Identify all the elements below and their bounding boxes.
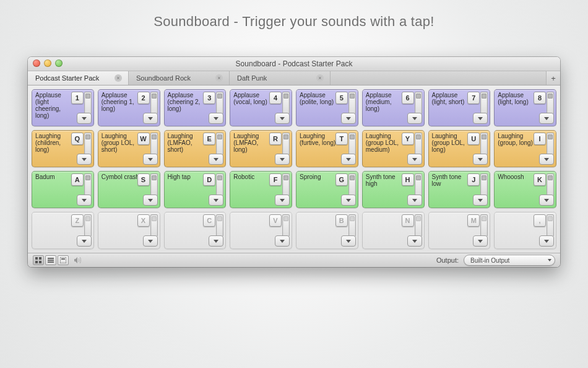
close-window-button[interactable] bbox=[33, 59, 40, 67]
pad-menu-button[interactable] bbox=[407, 154, 422, 165]
volume-slider[interactable] bbox=[216, 92, 223, 114]
volume-slider[interactable] bbox=[547, 92, 554, 114]
volume-slider[interactable] bbox=[348, 133, 356, 155]
volume-slider[interactable] bbox=[348, 214, 356, 237]
sound-pad[interactable]: Laughing (children, long)Q bbox=[32, 130, 94, 167]
pad-menu-button[interactable] bbox=[539, 235, 554, 247]
volume-slider[interactable] bbox=[282, 173, 290, 196]
minimize-window-button[interactable] bbox=[44, 59, 51, 67]
volume-slider[interactable] bbox=[216, 133, 223, 155]
pad-menu-button[interactable] bbox=[209, 195, 223, 206]
sound-pad-empty[interactable]: N bbox=[362, 212, 425, 249]
sound-pad[interactable]: WhoooshK bbox=[494, 171, 556, 208]
sound-pad[interactable]: High tapD bbox=[164, 171, 227, 208]
volume-slider[interactable] bbox=[415, 214, 422, 237]
sound-pad[interactable]: Applause (light, short)7 bbox=[428, 89, 491, 126]
pad-menu-button[interactable] bbox=[539, 195, 554, 206]
volume-slider[interactable] bbox=[282, 92, 290, 114]
volume-slider[interactable] bbox=[150, 92, 158, 114]
view-list-button[interactable] bbox=[45, 255, 56, 265]
pad-menu-button[interactable] bbox=[407, 235, 422, 247]
sound-pad-empty[interactable]: B bbox=[296, 212, 358, 249]
sound-pad-empty[interactable]: X bbox=[98, 212, 160, 249]
volume-slider[interactable] bbox=[348, 173, 356, 196]
sound-pad-empty[interactable]: Z bbox=[32, 212, 94, 249]
volume-slider[interactable] bbox=[415, 133, 422, 155]
pad-menu-button[interactable] bbox=[341, 235, 356, 247]
sound-pad[interactable]: Applause (light cheering, long)1 bbox=[32, 89, 94, 126]
volume-slider[interactable] bbox=[348, 92, 356, 114]
volume-slider[interactable] bbox=[150, 173, 158, 196]
tab-soundboard-rock[interactable]: Soundboard Rock × bbox=[129, 71, 230, 85]
sound-pad[interactable]: Laughing (furtive, long)T bbox=[296, 130, 358, 167]
sound-pad-empty[interactable]: M bbox=[428, 212, 491, 249]
sound-pad[interactable]: BadumA bbox=[32, 171, 94, 208]
volume-slider[interactable] bbox=[480, 92, 488, 114]
volume-slider[interactable] bbox=[216, 173, 223, 196]
pad-menu-button[interactable] bbox=[143, 235, 158, 247]
sound-pad[interactable]: Laughing (group, long)I bbox=[494, 130, 556, 167]
sound-pad[interactable]: Laughing (LMFAO, long)R bbox=[230, 130, 292, 167]
sound-pad[interactable]: Applause (cheering 1, long)2 bbox=[98, 89, 160, 126]
volume-slider[interactable] bbox=[150, 214, 158, 237]
pad-menu-button[interactable] bbox=[275, 235, 290, 247]
sound-pad[interactable]: Applause (vocal, long)4 bbox=[230, 89, 292, 126]
volume-slider[interactable] bbox=[415, 173, 422, 196]
volume-slider[interactable] bbox=[547, 214, 554, 237]
close-tab-icon[interactable]: × bbox=[316, 74, 324, 82]
sound-pad[interactable]: Synth tone highH bbox=[362, 171, 425, 208]
volume-slider[interactable] bbox=[84, 133, 92, 155]
pad-menu-button[interactable] bbox=[473, 195, 488, 206]
tab-daft-punk[interactable]: Daft Punk × bbox=[230, 71, 331, 85]
pad-menu-button[interactable] bbox=[77, 195, 92, 206]
volume-slider[interactable] bbox=[84, 173, 92, 196]
pad-menu-button[interactable] bbox=[143, 113, 158, 124]
close-tab-icon[interactable]: × bbox=[115, 74, 122, 82]
sound-pad[interactable]: Applause (medium, long)6 bbox=[362, 89, 425, 126]
pad-menu-button[interactable] bbox=[275, 195, 290, 206]
sound-pad[interactable]: Laughing (group LOL, medium)Y bbox=[362, 130, 425, 167]
pad-menu-button[interactable] bbox=[275, 113, 290, 124]
pad-menu-button[interactable] bbox=[407, 195, 422, 206]
pad-menu-button[interactable] bbox=[143, 154, 158, 165]
pad-menu-button[interactable] bbox=[473, 113, 488, 124]
volume-slider[interactable] bbox=[547, 133, 554, 155]
add-tab-button[interactable]: + bbox=[546, 71, 560, 85]
pad-menu-button[interactable] bbox=[209, 154, 223, 165]
volume-slider[interactable] bbox=[480, 214, 488, 237]
pad-menu-button[interactable] bbox=[209, 235, 223, 247]
pad-menu-button[interactable] bbox=[77, 235, 92, 247]
volume-slider[interactable] bbox=[480, 173, 488, 196]
sound-pad[interactable]: Synth tone lowJ bbox=[428, 171, 491, 208]
sound-pad[interactable]: Laughing (LMFAO, short)E bbox=[164, 130, 227, 167]
sound-pad-empty[interactable]: , bbox=[494, 212, 556, 249]
pad-menu-button[interactable] bbox=[539, 154, 554, 165]
pad-menu-button[interactable] bbox=[473, 154, 488, 165]
sound-pad[interactable]: Applause (cheering 2, long)3 bbox=[164, 89, 227, 126]
pad-menu-button[interactable] bbox=[407, 113, 422, 124]
sound-pad[interactable]: Cymbol crashS bbox=[98, 171, 160, 208]
sound-pad[interactable]: Applause (polite, long)5 bbox=[296, 89, 358, 126]
volume-slider[interactable] bbox=[216, 214, 223, 237]
pad-menu-button[interactable] bbox=[473, 235, 488, 247]
view-compact-button[interactable] bbox=[58, 255, 69, 265]
sound-pad-empty[interactable]: V bbox=[230, 212, 292, 249]
tab-podcast-starter-pack[interactable]: Podcast Starter Pack × bbox=[28, 71, 129, 85]
sound-pad-empty[interactable]: C bbox=[164, 212, 227, 249]
volume-slider[interactable] bbox=[150, 133, 158, 155]
pad-menu-button[interactable] bbox=[341, 113, 356, 124]
pad-menu-button[interactable] bbox=[275, 154, 290, 165]
pad-menu-button[interactable] bbox=[341, 195, 356, 206]
volume-slider[interactable] bbox=[84, 92, 92, 114]
volume-slider[interactable] bbox=[480, 133, 488, 155]
pad-menu-button[interactable] bbox=[143, 195, 158, 206]
pad-menu-button[interactable] bbox=[341, 154, 356, 165]
close-tab-icon[interactable]: × bbox=[215, 74, 223, 82]
volume-slider[interactable] bbox=[84, 214, 92, 237]
zoom-window-button[interactable] bbox=[55, 59, 63, 67]
pad-menu-button[interactable] bbox=[539, 113, 554, 124]
sound-pad[interactable]: Laughing (group LOL, short)W bbox=[98, 130, 160, 167]
output-select[interactable]: Built-in Output bbox=[464, 255, 555, 266]
volume-slider[interactable] bbox=[282, 214, 290, 237]
volume-slider[interactable] bbox=[547, 173, 554, 196]
